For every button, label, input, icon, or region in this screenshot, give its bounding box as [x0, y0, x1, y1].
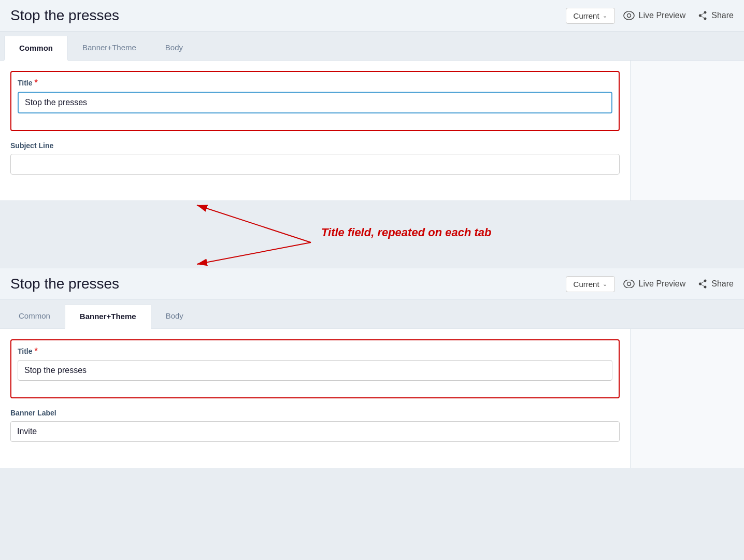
annotation-arrow-svg: Title field, repeated on each tab	[0, 201, 744, 268]
tab-banner-theme-bottom[interactable]: Banner+Theme	[65, 304, 151, 329]
annotation-text: Title field, repeated on each tab	[321, 226, 491, 239]
tab-common-bottom[interactable]: Common	[4, 304, 65, 328]
required-star-bottom: *	[35, 347, 38, 356]
title-input-bottom[interactable]	[18, 360, 612, 381]
share-icon-top	[698, 11, 707, 20]
title-field-section-bottom: Title *	[18, 347, 612, 381]
current-dropdown-bottom[interactable]: Current ⌄	[566, 276, 615, 292]
title-annotation-box-bottom: Title *	[10, 339, 620, 398]
live-preview-button-bottom[interactable]: Live Preview	[623, 279, 686, 289]
svg-point-0	[624, 11, 634, 20]
current-dropdown-label-top: Current	[574, 11, 599, 20]
live-preview-label-top: Live Preview	[639, 11, 686, 20]
tabs-bottom: Common Banner+Theme Body	[0, 300, 744, 328]
annotation-arrow-area: Title field, repeated on each tab	[0, 201, 744, 268]
svg-point-5	[624, 280, 634, 288]
subject-line-label: Subject Line	[10, 141, 620, 150]
share-button-top[interactable]: Share	[698, 11, 734, 20]
eye-icon-top	[623, 11, 635, 20]
banner-label-label: Banner Label	[10, 409, 620, 417]
svg-point-1	[627, 14, 631, 18]
svg-line-4	[197, 242, 311, 264]
page-title-bottom: Stop the presses	[10, 276, 552, 292]
tab-banner-theme-top[interactable]: Banner+Theme	[68, 36, 151, 60]
tab-body-top[interactable]: Body	[151, 36, 197, 60]
bottom-panel-header: Stop the presses Current ⌄ Live Preview	[0, 268, 744, 300]
tab-common-top[interactable]: Common	[4, 36, 68, 61]
share-label-top: Share	[711, 11, 734, 20]
banner-label-section: Banner Label	[10, 409, 620, 442]
live-preview-label-bottom: Live Preview	[639, 279, 686, 289]
header-right-top: Live Preview Share	[623, 11, 734, 20]
right-sidebar-top	[630, 60, 744, 200]
svg-point-6	[627, 282, 631, 286]
tab-body-bottom[interactable]: Body	[151, 304, 198, 328]
banner-label-input[interactable]	[10, 421, 620, 442]
required-star-top: *	[35, 78, 38, 88]
right-sidebar-bottom	[630, 328, 744, 468]
title-label-top: Title *	[18, 78, 612, 88]
subject-line-input[interactable]	[10, 154, 620, 175]
page-title-top: Stop the presses	[10, 7, 552, 24]
current-dropdown-top[interactable]: Current ⌄	[566, 8, 615, 24]
title-field-section-top: Title *	[18, 78, 612, 113]
chevron-down-icon-bottom: ⌄	[603, 281, 607, 288]
header-right-bottom: Live Preview Share	[623, 279, 734, 289]
eye-icon-bottom	[623, 280, 635, 288]
share-label-bottom: Share	[711, 279, 734, 289]
share-button-bottom[interactable]: Share	[698, 279, 734, 289]
top-panel-header: Stop the presses Current ⌄ Live Preview	[0, 0, 744, 32]
bottom-panel: Stop the presses Current ⌄ Live Preview	[0, 268, 744, 468]
title-input-top[interactable]	[18, 92, 612, 113]
share-icon-bottom	[698, 279, 707, 289]
title-annotation-box-top: Title *	[10, 71, 620, 131]
current-dropdown-label-bottom: Current	[574, 280, 599, 289]
subject-line-section: Subject Line	[10, 141, 620, 175]
svg-line-3	[197, 205, 311, 242]
title-label-bottom: Title *	[18, 347, 612, 356]
live-preview-button-top[interactable]: Live Preview	[623, 11, 686, 20]
tabs-top: Common Banner+Theme Body	[0, 32, 744, 60]
chevron-down-icon-top: ⌄	[603, 12, 607, 19]
